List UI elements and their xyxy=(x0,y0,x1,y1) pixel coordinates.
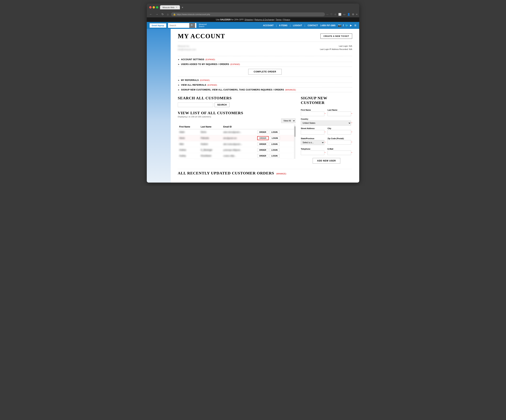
tab-close-icon[interactable]: ✕ xyxy=(176,6,177,8)
new-tab-button[interactable]: + xyxy=(182,6,183,9)
customer-search-input[interactable] xyxy=(178,102,213,107)
search-submit-button[interactable]: 🔍 xyxy=(189,23,195,28)
account-nav-link[interactable]: ACCOUNT xyxy=(263,24,273,27)
library-icon[interactable]: ⬜ xyxy=(338,13,341,16)
users-added-label: USERS ADDED TO MY INQUIRIES / ORDERS xyxy=(181,63,229,66)
state-select[interactable]: Select a s... xyxy=(301,140,324,145)
items-nav-link[interactable]: 6 ITEMS xyxy=(279,24,287,27)
state-zip-row: State/Province Select a s... * Zip Code … xyxy=(301,136,352,145)
terms-link[interactable]: Terms xyxy=(276,18,281,21)
bookmark-icon[interactable]: ♡ xyxy=(330,13,333,16)
facebook-icon[interactable]: f xyxy=(343,24,344,27)
zip-field: Zip Code (Postal): * xyxy=(327,136,352,145)
login-button-4[interactable]: LOGIN xyxy=(269,154,280,158)
returns-link[interactable]: Returns & Exchange xyxy=(255,18,274,21)
settings-icon[interactable]: ⚙ xyxy=(352,13,354,16)
table-row: Alexis Palicarla plivc@gmail.com ORDER L… xyxy=(178,135,295,141)
contact-nav-link[interactable]: CONTACT xyxy=(307,24,318,27)
create-ticket-button[interactable]: CREATE A NEW TICKET xyxy=(320,33,352,39)
search-input[interactable] xyxy=(168,23,189,28)
tab-title: Miraculo Web xyxy=(163,6,174,8)
advanced-search-link[interactable]: AdvancedSearch xyxy=(199,23,206,28)
star-icon[interactable]: ☆ xyxy=(334,13,337,16)
complete-order-button[interactable]: COMPLETE ORDER xyxy=(248,69,282,74)
login-button-0[interactable]: LOGIN xyxy=(269,130,280,134)
page-wrapper: MY ACCOUNT CREATE A NEW TICKET Miraculo … xyxy=(147,29,359,183)
arrow-icon-2: ► xyxy=(178,63,180,66)
logout-nav-link[interactable]: LOGOUT xyxy=(293,24,302,27)
order-button-1-highlighted[interactable]: ORDER xyxy=(257,136,269,140)
customer-list-heading: VIEW LIST OF ALL CUSTOMERS xyxy=(178,111,295,115)
table-row: Audrey Khoshbeen creative.off@c... ORDER… xyxy=(178,153,295,159)
telephone-required: * xyxy=(325,152,326,154)
add-user-button[interactable]: ADD NEW USER xyxy=(313,158,340,164)
search-customers-heading: SEARCH ALL CUSTOMERS xyxy=(178,96,295,100)
home-button[interactable]: ⌂ xyxy=(166,12,170,16)
city-label: City xyxy=(327,127,352,129)
arrow-icon-3: ► xyxy=(178,79,180,81)
youtube-icon[interactable]: ▶ xyxy=(350,24,352,27)
instagram-icon[interactable]: 📷 xyxy=(338,24,341,27)
my-referrals-expand[interactable]: (EXPAND) xyxy=(200,79,210,81)
menu-icon[interactable]: ≡ xyxy=(356,13,358,16)
minimize-button[interactable] xyxy=(153,6,155,8)
view-all-referrals-expand[interactable]: (EXPAND) xyxy=(207,84,217,86)
cell-first-1: Alexis xyxy=(178,135,199,141)
account-icon[interactable]: 👤 xyxy=(347,13,350,16)
customer-search-button[interactable]: SEARCH xyxy=(215,102,229,107)
zip-input[interactable] xyxy=(327,140,351,145)
signup-customers-label: SIGNUP NEW CUSTOMERS, VIEW ALL CUSTOMERS… xyxy=(181,88,284,91)
search-bar: 🔍 xyxy=(168,23,196,28)
page-title: MY ACCOUNT xyxy=(178,32,225,40)
order-button-3[interactable]: ORDER xyxy=(257,148,268,152)
table-row: Andrea G_Biesinger g.biesinger.off@gmai.… xyxy=(178,147,295,153)
telephone-input[interactable] xyxy=(301,151,324,155)
privacy-link[interactable]: Privacy xyxy=(283,18,290,21)
recently-updated-minimize[interactable]: (MINIMIZE) xyxy=(276,173,286,175)
account-settings-expand[interactable]: (EXPAND) xyxy=(205,58,215,60)
order-button-2[interactable]: ORDER xyxy=(257,142,268,146)
order-button-4[interactable]: ORDER xyxy=(257,154,268,158)
telephone-field: Telephone * xyxy=(301,146,326,155)
shipping-link[interactable]: Shipping xyxy=(245,18,253,21)
users-added-expand[interactable]: (EXPAND) xyxy=(230,63,240,65)
close-button[interactable] xyxy=(149,6,152,8)
login-button-3[interactable]: LOGIN xyxy=(269,148,280,152)
back-button[interactable]: ← xyxy=(148,12,153,16)
order-button-0[interactable]: ORDER xyxy=(257,130,268,134)
login-button-2[interactable]: LOGIN xyxy=(269,142,280,146)
refresh-button[interactable]: ↻ xyxy=(160,12,165,16)
sidebar-toggle-icon[interactable]: ▭ xyxy=(343,13,346,16)
cell-email-0: adam.demo@gmail.c... xyxy=(222,129,256,135)
hamburger-menu-icon[interactable]: ≡ xyxy=(354,23,356,27)
forward-button[interactable]: → xyxy=(154,12,159,16)
maximize-button[interactable] xyxy=(156,6,158,8)
login-button-1[interactable]: LOGIN xyxy=(270,136,280,140)
cell-last-0: Demo xyxy=(199,129,222,135)
signup-form-heading: SIGNUP NEW CUSTOMER xyxy=(301,96,352,105)
address-bar[interactable]: 🔒 https://www.miraculo.com/account.php xyxy=(171,12,325,16)
page-content: MY ACCOUNT CREATE A NEW TICKET Miraculo … xyxy=(171,29,359,183)
street-input[interactable] xyxy=(301,130,324,134)
toolbar-icons: ··· ♡ ☆ ⬜ ▭ 👤 ⚙ ≡ xyxy=(326,13,358,16)
active-tab[interactable]: Miraculo Web ✕ xyxy=(160,5,180,9)
signup-customers-row: ► SIGNUP NEW CUSTOMERS, VIEW ALL CUSTOME… xyxy=(178,87,352,92)
email-signup-button[interactable]: Email Signup xyxy=(150,23,166,28)
signup-customers-minimize[interactable]: (MINIMIZE) xyxy=(285,89,296,91)
extensions-icon[interactable]: ··· xyxy=(326,13,328,16)
table-body: Adam Demo adam.demo@gmail.c... ORDER LOG… xyxy=(178,129,295,159)
email-input[interactable] xyxy=(327,151,351,155)
city-input[interactable] xyxy=(327,130,351,134)
first-name-input[interactable] xyxy=(301,112,324,116)
twitter-icon[interactable]: 🐦 xyxy=(345,24,349,27)
arrow-icon-5: ► xyxy=(178,88,180,91)
view-all-select[interactable]: View All xyxy=(281,119,295,123)
arrow-icon-4: ► xyxy=(178,84,180,86)
table-header: First Name Last Name Email ID xyxy=(178,125,295,129)
country-select[interactable]: United States xyxy=(301,120,351,126)
view-all-referrals-row: ► VIEW ALL REFERRALS (EXPAND) xyxy=(178,83,352,87)
arrow-icon: ► xyxy=(178,58,180,61)
scroll-thumb[interactable] xyxy=(294,126,296,137)
last-name-input[interactable] xyxy=(327,112,351,116)
two-col-layout: SEARCH ALL CUSTOMERS SEARCH VIEW LIST OF… xyxy=(178,96,352,164)
